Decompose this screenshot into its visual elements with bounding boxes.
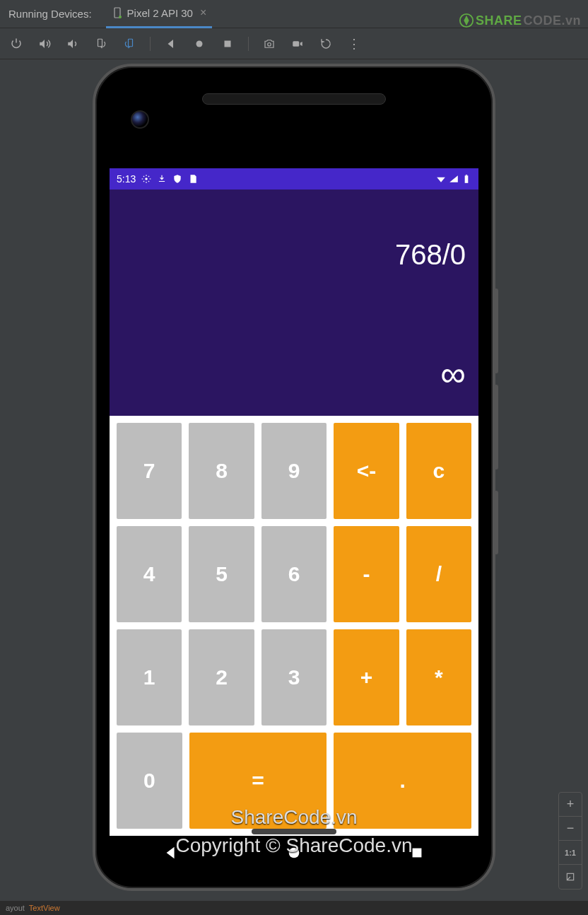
device-speaker: [202, 93, 386, 105]
calculator-display: 768/0 ∞: [110, 190, 478, 416]
key-plus[interactable]: +: [334, 629, 399, 725]
home-button[interactable]: [192, 36, 207, 52]
download-icon: [157, 174, 167, 184]
emulator-toolbar: ⋮: [0, 28, 588, 59]
svg-rect-10: [465, 175, 469, 183]
zoom-out-button[interactable]: −: [559, 817, 582, 841]
svg-rect-3: [98, 39, 102, 47]
zoom-in-button[interactable]: +: [559, 793, 582, 817]
device-camera: [131, 110, 149, 129]
record-button[interactable]: [290, 36, 305, 52]
svg-rect-8: [293, 41, 299, 47]
phone-icon: [112, 7, 123, 18]
device-volume-down[interactable]: [494, 385, 498, 470]
power-button[interactable]: [8, 36, 24, 52]
key-8[interactable]: 8: [189, 423, 254, 519]
calculator-keypad: 7 8 9 <- c 4 5 6 - / 1 2: [110, 416, 478, 836]
wifi-icon: [436, 174, 446, 184]
key-6[interactable]: 6: [261, 526, 327, 622]
snapshot-button[interactable]: [318, 36, 334, 52]
device-frame: 5:13 768/0 ∞: [93, 64, 495, 891]
key-clear[interactable]: c: [406, 423, 471, 519]
device-volume-up[interactable]: [494, 289, 498, 373]
key-7[interactable]: 7: [117, 423, 182, 519]
zoom-panel: + − 1:1: [558, 792, 582, 890]
device-tab-label: Pixel 2 API 30: [127, 7, 193, 19]
overview-button[interactable]: [220, 36, 235, 52]
key-minus[interactable]: -: [334, 526, 399, 622]
watermark: SHARECODE.vn: [459, 13, 581, 28]
zoom-1to1-button[interactable]: 1:1: [559, 841, 582, 865]
sharecode-logo-icon: [459, 13, 474, 28]
key-5[interactable]: 5: [189, 526, 254, 622]
gesture-handle: [252, 829, 336, 834]
rotate-right-button[interactable]: [122, 36, 137, 52]
svg-point-1: [119, 16, 122, 18]
svg-point-5: [196, 40, 203, 47]
sd-card-icon: [188, 174, 198, 184]
key-2[interactable]: 2: [189, 629, 254, 725]
zoom-fit-button[interactable]: [559, 865, 582, 889]
key-multiply[interactable]: *: [406, 629, 471, 725]
key-backspace[interactable]: <-: [334, 423, 399, 519]
bottom-strip: ayout TextView: [0, 901, 588, 915]
shield-icon: [172, 174, 182, 184]
svg-rect-4: [129, 39, 133, 47]
svg-point-7: [268, 42, 271, 46]
back-button[interactable]: [163, 36, 179, 52]
calc-expression: 768/0: [122, 239, 466, 271]
android-status-bar[interactable]: 5:13: [110, 168, 478, 190]
volume-down-button[interactable]: [65, 36, 81, 52]
calc-result: ∞: [122, 354, 466, 395]
svg-point-9: [146, 177, 148, 180]
running-devices-label: Running Devices:: [8, 8, 92, 20]
settings-icon: [141, 174, 151, 184]
signal-icon: [449, 174, 459, 184]
close-tab-icon[interactable]: ×: [200, 6, 206, 19]
status-time: 5:13: [117, 173, 136, 185]
svg-rect-11: [466, 175, 467, 175]
key-9[interactable]: 9: [261, 423, 327, 519]
overlay-line-2: Copyright © ShareCode.vn: [105, 834, 483, 857]
overlay-line-1: ShareCode.vn: [105, 806, 483, 829]
device-power-key[interactable]: [494, 491, 498, 554]
svg-rect-6: [225, 40, 231, 47]
key-4[interactable]: 4: [117, 526, 182, 622]
device-tab[interactable]: Pixel 2 API 30 ×: [106, 0, 213, 28]
key-3[interactable]: 3: [261, 629, 327, 725]
rotate-left-button[interactable]: [93, 36, 109, 52]
volume-up-button[interactable]: [37, 36, 52, 52]
battery-icon: [461, 174, 471, 184]
more-options-button[interactable]: ⋮: [346, 36, 362, 52]
device-screen: 5:13 768/0 ∞: [110, 168, 478, 836]
key-1[interactable]: 1: [117, 629, 182, 725]
emulator-area: 5:13 768/0 ∞: [0, 59, 588, 915]
screenshot-button[interactable]: [261, 36, 277, 52]
key-divide[interactable]: /: [406, 526, 471, 622]
